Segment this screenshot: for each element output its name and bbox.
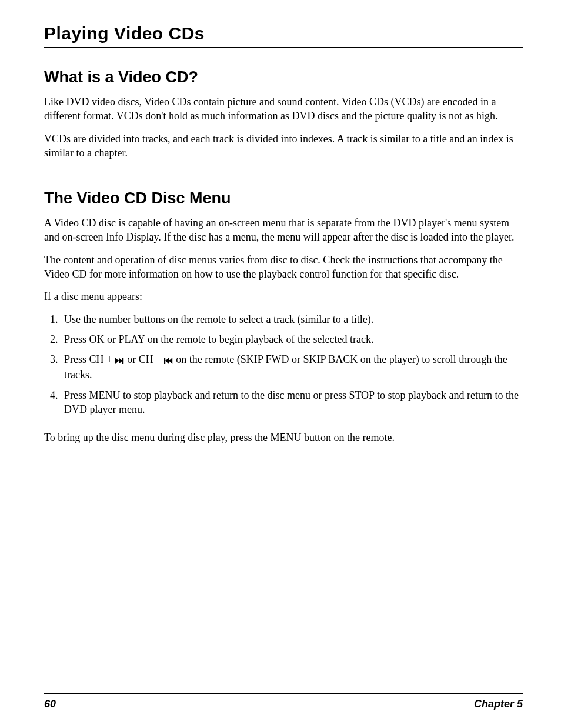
document-page: Playing Video CDs What is a Video CD? Li… (0, 0, 561, 728)
skip-back-icon (164, 353, 173, 368)
body-paragraph: To bring up the disc menu during disc pl… (44, 430, 523, 445)
body-paragraph: If a disc menu appears: (44, 289, 523, 303)
svg-marker-0 (115, 358, 119, 364)
svg-marker-5 (169, 358, 172, 364)
body-paragraph: The content and operation of disc menus … (44, 253, 523, 282)
list-item-text: or CH – (125, 353, 164, 365)
svg-marker-4 (165, 358, 169, 364)
top-rule (44, 47, 523, 48)
instruction-list: Use the number buttons on the remote to … (44, 312, 523, 423)
page-number: 60 (44, 698, 56, 710)
svg-rect-2 (122, 358, 123, 364)
bottom-rule (44, 693, 523, 694)
list-item-text: Press CH + (64, 353, 115, 365)
list-item: Press MENU to stop playback and return t… (61, 388, 523, 417)
list-item: Use the number buttons on the remote to … (61, 312, 523, 326)
section-heading-disc-menu: The Video CD Disc Menu (44, 189, 523, 208)
body-paragraph: VCDs are divided into tracks, and each t… (44, 132, 523, 161)
list-item: Press CH + or CH – on the remote (SKIP F… (61, 352, 523, 382)
svg-marker-1 (119, 358, 122, 364)
body-paragraph: A Video CD disc is capable of having an … (44, 216, 523, 245)
page-footer: 60 Chapter 5 (44, 693, 523, 710)
body-paragraph: Like DVD video discs, Video CDs contain … (44, 95, 523, 123)
svg-rect-3 (164, 358, 165, 364)
chapter-label: Chapter 5 (474, 698, 523, 710)
section-heading-what-is: What is a Video CD? (44, 68, 523, 86)
list-item: Press OK or PLAY on the remote to begin … (61, 332, 523, 346)
chapter-title: Playing Video CDs (44, 24, 523, 44)
skip-forward-icon (115, 353, 125, 368)
